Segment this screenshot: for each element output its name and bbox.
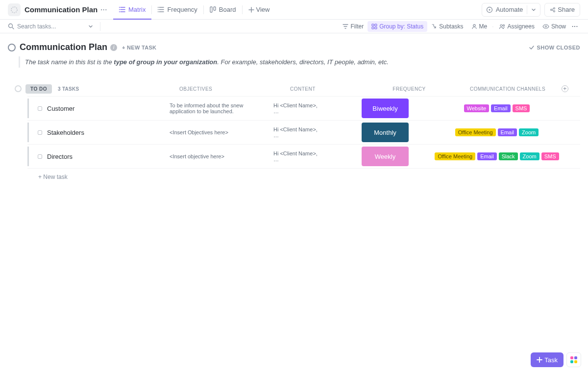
svg-point-20 — [500, 25, 502, 26]
task-status-icon[interactable] — [38, 154, 42, 159]
automate-label: Automate — [496, 6, 523, 13]
channel-tag[interactable]: Slack — [499, 152, 518, 160]
check-icon — [529, 45, 535, 50]
list-view-icon — [119, 6, 125, 13]
app-header: Communication Plan ··· Matrix Frequency … — [0, 0, 588, 20]
filter-label: Filter — [350, 23, 364, 30]
fab-label: Task — [544, 356, 558, 364]
channel-tag[interactable]: Office Meeting — [435, 152, 475, 160]
channel-tag[interactable]: SMS — [541, 152, 559, 160]
channel-tag[interactable]: Zoom — [520, 152, 539, 160]
view-tab-frequency[interactable]: Frequency — [152, 0, 203, 19]
task-count: 3 TASKS — [58, 86, 79, 92]
task-name[interactable]: Stakeholders — [47, 129, 170, 136]
task-channels[interactable]: Office MeetingEmailSlackZoomSMS — [414, 152, 580, 160]
group-collapse-icon[interactable] — [15, 85, 22, 92]
task-content[interactable]: Hi <Client Name>,… — [273, 126, 362, 138]
automate-button[interactable]: Automate — [482, 3, 541, 17]
channel-tag[interactable]: Email — [477, 152, 497, 160]
list-name[interactable]: Communication Plan — [20, 42, 107, 52]
channel-tag[interactable]: Website — [464, 104, 490, 112]
share-label: Share — [558, 6, 575, 13]
task-row[interactable]: CustomerTo be informed about the snew ap… — [27, 96, 580, 121]
svg-point-2 — [119, 9, 120, 10]
subtasks-label: Subtasks — [439, 23, 463, 30]
chevron-down-icon — [531, 7, 536, 12]
svg-point-21 — [503, 25, 504, 26]
task-status-icon[interactable] — [38, 130, 42, 135]
task-row[interactable]: Directors<Insert objective here>Hi <Clie… — [27, 145, 580, 169]
eye-icon — [542, 24, 549, 29]
channel-tag[interactable]: Email — [498, 128, 517, 136]
group-icon — [371, 24, 377, 29]
task-frequency[interactable]: Biweekly — [362, 99, 409, 118]
task-status-icon[interactable] — [38, 106, 42, 111]
assignees-button[interactable]: Assignees — [495, 21, 539, 32]
plus-icon — [537, 357, 542, 363]
more-icon: ··· — [572, 23, 578, 30]
status-chip[interactable]: TO DO — [25, 84, 52, 94]
apps-fab[interactable] — [566, 352, 581, 367]
svg-point-4 — [158, 7, 159, 8]
svg-point-14 — [9, 24, 13, 28]
status-bar — [27, 99, 29, 118]
column-header-content[interactable]: CONTENT — [290, 86, 388, 92]
separator-dot: · — [492, 23, 493, 30]
task-content[interactable]: Hi <Client Name>,… — [273, 102, 362, 114]
title-more-icon[interactable]: ··· — [100, 6, 107, 13]
view-tab-label: Frequency — [167, 6, 197, 13]
task-frequency[interactable]: Weekly — [362, 147, 409, 166]
column-header-objectives[interactable]: OBJECTIVES — [179, 86, 282, 92]
description-prefix: The task name in this list is the — [25, 58, 114, 66]
search-input[interactable]: Search tasks... — [8, 23, 96, 30]
task-row[interactable]: Stakeholders<Insert Objectives here>Hi <… — [27, 121, 580, 145]
new-task-button[interactable]: + NEW TASK — [122, 45, 156, 50]
svg-point-3 — [119, 11, 120, 12]
status-bar — [27, 147, 29, 166]
view-tab-matrix[interactable]: Matrix — [113, 0, 151, 19]
task-channels[interactable]: Office MeetingEmailZoom — [414, 128, 580, 136]
column-header-frequency[interactable]: FREQUENCY — [389, 86, 429, 92]
task-name[interactable]: Customer — [47, 105, 170, 112]
svg-point-13 — [554, 10, 555, 12]
apps-icon — [570, 356, 577, 363]
me-button[interactable]: Me — [467, 21, 491, 32]
channel-tag[interactable]: Office Meeting — [455, 128, 496, 136]
view-tabs: Matrix Frequency Board View — [113, 0, 275, 19]
channel-tag[interactable]: Email — [491, 104, 511, 112]
create-task-fab[interactable]: Task — [531, 352, 564, 367]
column-header-channels[interactable]: COMMUNICATION CHANNELS — [439, 86, 576, 92]
new-task-row-button[interactable]: + New task — [27, 169, 580, 185]
channel-tag[interactable]: SMS — [513, 104, 530, 112]
list-status-icon[interactable] — [8, 44, 16, 51]
view-tab-board[interactable]: Board — [204, 0, 242, 19]
info-icon[interactable]: i — [110, 44, 117, 51]
svg-rect-18 — [375, 27, 377, 29]
subtasks-button[interactable]: Subtasks — [427, 21, 467, 32]
list-view-icon — [158, 6, 164, 13]
person-icon — [471, 24, 477, 29]
task-name[interactable]: Directors — [47, 153, 170, 160]
show-closed-button[interactable]: SHOW CLOSED — [529, 45, 580, 50]
add-view-button[interactable]: View — [243, 6, 276, 13]
task-frequency[interactable]: Monthly — [362, 123, 409, 142]
subtasks-icon — [431, 24, 437, 29]
filter-button[interactable]: Filter — [339, 21, 368, 32]
channel-tag[interactable]: Zoom — [519, 128, 539, 136]
page-title[interactable]: Communication Plan — [24, 5, 98, 14]
svg-point-11 — [551, 9, 552, 10]
search-placeholder: Search tasks... — [17, 23, 88, 30]
task-channels[interactable]: WebsiteEmailSMS — [414, 104, 580, 112]
show-button[interactable]: Show — [539, 21, 570, 32]
task-objectives[interactable]: <Insert Objectives here> — [170, 129, 273, 135]
automate-icon — [486, 6, 493, 13]
task-content[interactable]: Hi <Client Name>,… — [273, 150, 362, 162]
more-button[interactable]: ··· — [570, 21, 580, 32]
task-objectives[interactable]: <Insert objective here> — [170, 153, 273, 159]
task-objectives[interactable]: To be informed about the snew applicatio… — [170, 102, 273, 114]
group-by-button[interactable]: Group by: Status — [368, 21, 427, 32]
add-column-button[interactable]: + — [562, 85, 568, 92]
share-button[interactable]: Share — [544, 3, 580, 17]
svg-rect-8 — [214, 7, 216, 10]
list-description[interactable]: The task name in this list is the type o… — [19, 56, 580, 68]
